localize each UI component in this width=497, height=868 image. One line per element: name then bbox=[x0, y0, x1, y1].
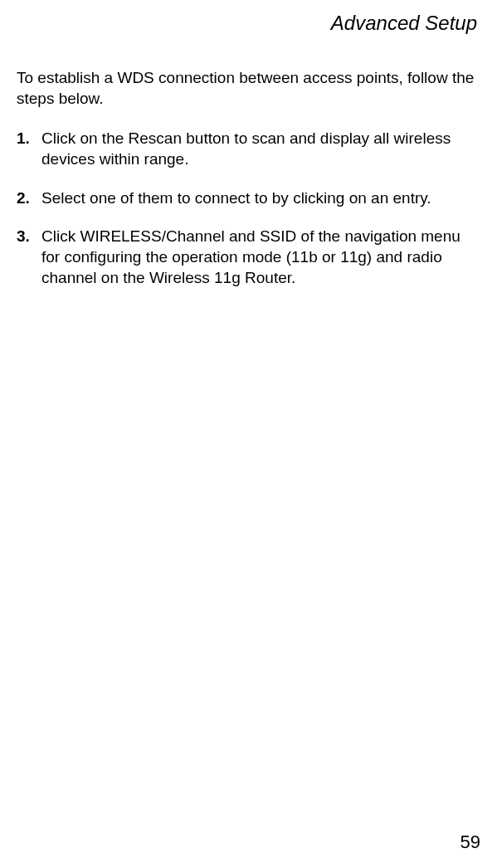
page-number: 59 bbox=[460, 831, 480, 853]
step-item: 1. Click on the Rescan button to scan an… bbox=[17, 129, 480, 169]
intro-paragraph: To establish a WDS connection between ac… bbox=[17, 68, 480, 109]
step-number: 2. bbox=[17, 188, 41, 209]
step-number: 1. bbox=[17, 129, 41, 169]
step-item: 3. Click WIRELESS/Channel and SSID of th… bbox=[17, 227, 480, 288]
step-item: 2. Select one of them to connect to by c… bbox=[17, 188, 480, 209]
page-header-title: Advanced Setup bbox=[17, 12, 477, 35]
step-text: Select one of them to connect to by clic… bbox=[41, 188, 480, 209]
step-text: Click on the Rescan button to scan and d… bbox=[41, 129, 480, 169]
steps-list: 1. Click on the Rescan button to scan an… bbox=[17, 129, 480, 288]
step-text: Click WIRELESS/Channel and SSID of the n… bbox=[41, 227, 480, 288]
step-number: 3. bbox=[17, 227, 41, 288]
